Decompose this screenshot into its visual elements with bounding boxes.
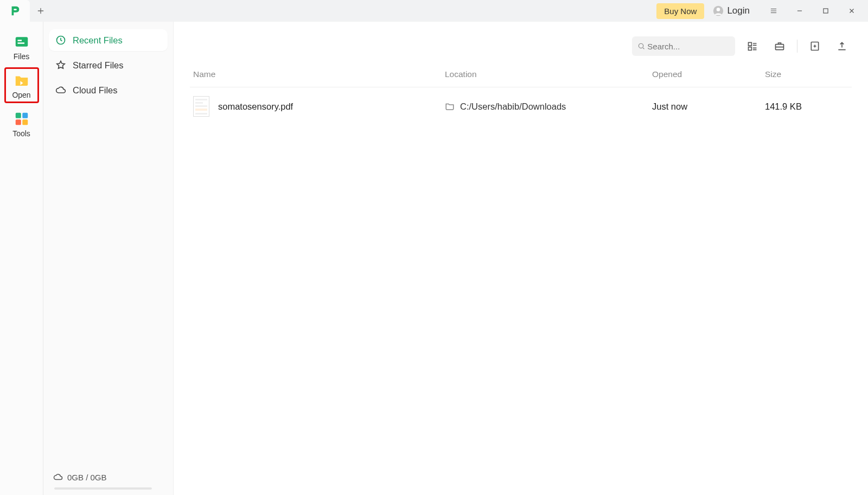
svg-rect-0 — [14, 9, 17, 10]
file-location: C:/Users/habib/Downloads — [460, 101, 566, 112]
toolbar-divider — [797, 40, 797, 53]
location-cell: C:/Users/habib/Downloads — [445, 101, 652, 112]
svg-rect-14 — [749, 47, 752, 50]
minimize-icon — [796, 7, 803, 15]
menu-icon — [770, 7, 777, 15]
nav-item-tools[interactable]: Tools — [4, 107, 39, 140]
svg-rect-5 — [17, 40, 22, 41]
svg-rect-6 — [17, 42, 24, 44]
svg-rect-13 — [749, 42, 752, 46]
svg-rect-8 — [22, 113, 28, 118]
new-doc-button[interactable] — [805, 36, 825, 56]
upload-button[interactable] — [832, 36, 852, 56]
column-header-location[interactable]: Location — [445, 69, 652, 79]
folder-icon — [445, 101, 455, 111]
opened-cell: Just now — [652, 101, 765, 112]
close-icon — [848, 7, 856, 15]
titlebar-left — [0, 0, 52, 22]
file-name: somatosensory.pdf — [218, 101, 293, 112]
svg-rect-7 — [15, 113, 21, 118]
sidebar-label-recent: Recent Files — [73, 35, 123, 46]
table-header: Name Location Opened Size — [190, 69, 852, 87]
sidebar-label-cloud: Cloud Files — [73, 85, 118, 96]
titlebar: Buy Now Login — [0, 0, 868, 22]
search-box[interactable] — [632, 36, 735, 56]
svg-point-2 — [717, 8, 720, 11]
files-table: Name Location Opened Size somatosensory.… — [190, 69, 852, 125]
storage-bar — [54, 487, 152, 490]
svg-rect-4 — [15, 37, 28, 47]
sidebar: Recent Files Starred Files Cloud Files 0… — [43, 22, 174, 495]
svg-rect-10 — [22, 119, 28, 125]
search-icon — [637, 42, 645, 50]
column-header-opened[interactable]: Opened — [652, 69, 765, 79]
files-icon — [14, 34, 30, 50]
sidebar-item-recent[interactable]: Recent Files — [49, 29, 168, 51]
nav-label-tools: Tools — [12, 129, 30, 138]
svg-point-12 — [639, 43, 643, 48]
nav-item-files[interactable]: Files — [4, 30, 39, 63]
tools-icon — [14, 111, 30, 127]
file-cell: somatosensory.pdf — [190, 96, 445, 117]
login-button[interactable]: Login — [713, 5, 750, 16]
sidebar-label-starred: Starred Files — [73, 60, 124, 71]
cloud-icon — [55, 85, 66, 96]
column-header-name[interactable]: Name — [190, 69, 445, 79]
column-header-size[interactable]: Size — [765, 69, 852, 79]
toolbox-button[interactable] — [770, 36, 789, 56]
file-thumbnail-icon — [193, 96, 209, 117]
menu-button[interactable] — [762, 2, 786, 20]
svg-rect-3 — [824, 9, 828, 13]
list-view-icon — [747, 41, 758, 52]
plus-icon — [36, 7, 45, 15]
app-logo-icon — [9, 5, 21, 17]
sidebar-item-starred[interactable]: Starred Files — [49, 54, 168, 76]
storage-status: 0GB / 0GB — [49, 469, 168, 485]
sidebar-item-cloud[interactable]: Cloud Files — [49, 79, 168, 101]
toolbox-icon — [774, 41, 785, 52]
new-doc-icon — [809, 41, 820, 52]
buy-now-button[interactable]: Buy Now — [656, 3, 704, 19]
app-tab[interactable] — [0, 0, 30, 22]
cloud-small-icon — [53, 472, 63, 482]
search-input[interactable] — [647, 42, 730, 51]
titlebar-right: Buy Now Login — [656, 2, 864, 20]
size-cell: 141.9 KB — [765, 101, 852, 112]
maximize-button[interactable] — [814, 2, 838, 20]
content: Name Location Opened Size somatosensory.… — [174, 22, 868, 495]
star-icon — [55, 60, 66, 71]
svg-rect-9 — [15, 119, 21, 125]
maximize-icon — [822, 7, 829, 15]
upload-icon — [837, 41, 847, 52]
content-toolbar — [190, 34, 852, 59]
clock-icon — [55, 35, 66, 46]
nav-label-files: Files — [14, 52, 30, 61]
open-folder-icon — [14, 72, 30, 88]
view-list-button[interactable] — [743, 36, 762, 56]
storage-text: 0GB / 0GB — [67, 473, 107, 482]
nav-label-open: Open — [12, 91, 30, 99]
table-row[interactable]: somatosensory.pdf C:/Users/habib/Downloa… — [190, 87, 852, 125]
main: Files Open Tools Recent Files — [0, 22, 868, 495]
close-button[interactable] — [840, 2, 864, 20]
user-icon — [713, 5, 724, 16]
new-tab-button[interactable] — [30, 0, 52, 22]
minimize-button[interactable] — [788, 2, 812, 20]
left-nav: Files Open Tools — [0, 22, 43, 495]
login-label: Login — [727, 5, 750, 16]
nav-item-open[interactable]: Open — [4, 67, 39, 103]
